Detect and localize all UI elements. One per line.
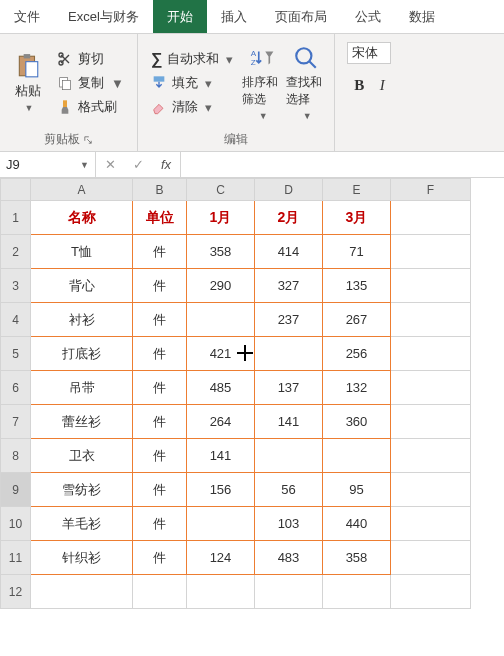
row-header[interactable]: 9 (1, 473, 31, 507)
bold-button[interactable]: B (350, 77, 368, 94)
row-header[interactable]: 2 (1, 235, 31, 269)
tab-page-layout[interactable]: 页面布局 (261, 0, 341, 33)
cell[interactable] (391, 337, 471, 371)
cell[interactable]: 71 (323, 235, 391, 269)
row-header[interactable]: 7 (1, 405, 31, 439)
cell[interactable]: 羊毛衫 (31, 507, 133, 541)
cell[interactable]: 156 (187, 473, 255, 507)
tab-home[interactable]: 开始 (153, 0, 207, 33)
cell[interactable]: 141 (255, 405, 323, 439)
cell[interactable]: 56 (255, 473, 323, 507)
cell[interactable]: 358 (323, 541, 391, 575)
row-header[interactable]: 12 (1, 575, 31, 609)
cell[interactable]: 件 (133, 269, 187, 303)
cell[interactable]: 吊带 (31, 371, 133, 405)
cell[interactable] (187, 507, 255, 541)
cell[interactable]: 237 (255, 303, 323, 337)
find-select-button[interactable]: 查找和选择 ▼ (284, 38, 328, 128)
formula-bar[interactable] (181, 152, 504, 177)
cell[interactable] (391, 201, 471, 235)
name-box[interactable]: J9 ▼ (0, 152, 96, 177)
cell[interactable]: 267 (323, 303, 391, 337)
cell[interactable]: 135 (323, 269, 391, 303)
paste-button[interactable]: 粘贴 ▼ (6, 38, 50, 128)
col-header-D[interactable]: D (255, 179, 323, 201)
cell[interactable] (255, 439, 323, 473)
accept-formula-button[interactable]: ✓ (124, 157, 152, 172)
cell[interactable]: 1月 (187, 201, 255, 235)
cell[interactable]: 件 (133, 405, 187, 439)
clear-button[interactable]: 清除▾ (148, 96, 236, 118)
tab-insert[interactable]: 插入 (207, 0, 261, 33)
cell[interactable]: 件 (133, 337, 187, 371)
cell[interactable]: 件 (133, 235, 187, 269)
cell[interactable]: 名称 (31, 201, 133, 235)
dialog-launcher-icon[interactable] (84, 136, 92, 144)
cell[interactable]: 327 (255, 269, 323, 303)
cell[interactable]: 440 (323, 507, 391, 541)
cell[interactable] (323, 439, 391, 473)
tab-excel-finance[interactable]: Excel与财务 (54, 0, 153, 33)
select-all-corner[interactable] (1, 179, 31, 201)
cell[interactable]: 单位 (133, 201, 187, 235)
autosum-button[interactable]: ∑ 自动求和▾ (148, 48, 236, 70)
cell[interactable] (391, 371, 471, 405)
tab-data[interactable]: 数据 (395, 0, 449, 33)
copy-button[interactable]: 复制▼ (54, 72, 127, 94)
cell[interactable]: 414 (255, 235, 323, 269)
cell[interactable] (187, 575, 255, 609)
cell[interactable]: 件 (133, 473, 187, 507)
col-header-B[interactable]: B (133, 179, 187, 201)
cell[interactable]: 483 (255, 541, 323, 575)
cell[interactable]: 421 (187, 337, 255, 371)
cell[interactable]: 蕾丝衫 (31, 405, 133, 439)
cell[interactable]: 264 (187, 405, 255, 439)
cell[interactable]: 132 (323, 371, 391, 405)
cell[interactable]: 打底衫 (31, 337, 133, 371)
cell[interactable]: 124 (187, 541, 255, 575)
row-header[interactable]: 4 (1, 303, 31, 337)
col-header-C[interactable]: C (187, 179, 255, 201)
cell[interactable]: 卫衣 (31, 439, 133, 473)
fill-button[interactable]: 填充▾ (148, 72, 236, 94)
cell[interactable]: T恤 (31, 235, 133, 269)
cell[interactable]: 360 (323, 405, 391, 439)
cell[interactable] (31, 575, 133, 609)
cut-button[interactable]: 剪切 (54, 48, 127, 70)
cell[interactable] (255, 575, 323, 609)
italic-button[interactable]: I (373, 77, 391, 94)
cancel-formula-button[interactable]: ✕ (96, 157, 124, 172)
cell[interactable]: 衬衫 (31, 303, 133, 337)
cell[interactable]: 3月 (323, 201, 391, 235)
cell[interactable] (391, 405, 471, 439)
cell[interactable] (391, 507, 471, 541)
cell[interactable]: 件 (133, 541, 187, 575)
cell[interactable] (391, 575, 471, 609)
cell[interactable]: 背心 (31, 269, 133, 303)
row-header[interactable]: 3 (1, 269, 31, 303)
cell[interactable]: 针织衫 (31, 541, 133, 575)
worksheet-grid[interactable]: A B C D E F 1名称单位1月2月3月2T恤件358414713背心件2… (0, 178, 504, 609)
cell[interactable]: 2月 (255, 201, 323, 235)
cell[interactable]: 141 (187, 439, 255, 473)
row-header[interactable]: 1 (1, 201, 31, 235)
row-header[interactable]: 8 (1, 439, 31, 473)
cell[interactable]: 103 (255, 507, 323, 541)
tab-formulas[interactable]: 公式 (341, 0, 395, 33)
cell[interactable] (391, 235, 471, 269)
cell[interactable] (391, 541, 471, 575)
cell[interactable] (323, 575, 391, 609)
format-painter-button[interactable]: 格式刷 (54, 96, 127, 118)
cell[interactable]: 137 (255, 371, 323, 405)
cell[interactable]: 290 (187, 269, 255, 303)
row-header[interactable]: 10 (1, 507, 31, 541)
cell[interactable]: 雪纺衫 (31, 473, 133, 507)
cell[interactable]: 件 (133, 439, 187, 473)
col-header-E[interactable]: E (323, 179, 391, 201)
cell[interactable]: 件 (133, 507, 187, 541)
row-header[interactable]: 11 (1, 541, 31, 575)
row-header[interactable]: 5 (1, 337, 31, 371)
cell[interactable] (255, 337, 323, 371)
cell[interactable]: 358 (187, 235, 255, 269)
cell[interactable]: 256 (323, 337, 391, 371)
